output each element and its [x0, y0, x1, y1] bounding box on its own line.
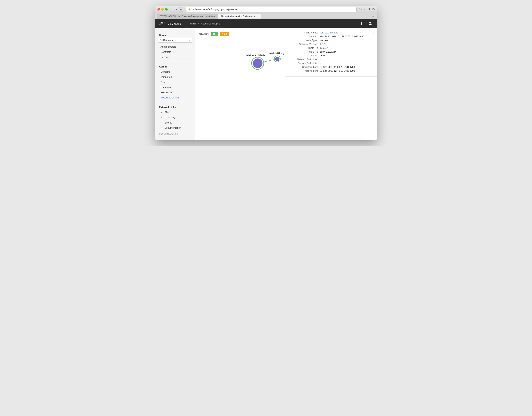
user-icon — [368, 21, 372, 26]
window-controls — [157, 8, 168, 10]
node-info-label: Status: — [289, 54, 320, 57]
share-button[interactable]: ⬆ — [368, 8, 370, 11]
sidebar-item-administrators-label: Administrators — [161, 45, 176, 48]
sidebar-item-documentation-label: Documentation — [164, 126, 181, 129]
node-info-value: 1.2.3-8 — [320, 43, 373, 46]
external-section-title: External Links — [155, 104, 195, 110]
titlebar: ‹ › ⊟ 🔒 orchestrator-myfab2.myorg2.poc.b… — [155, 6, 377, 13]
node-info-value[interactable]: azr2-w01-myfab2 — [320, 31, 373, 34]
sidebar-item-administrators[interactable]: Administrators — [155, 44, 195, 49]
node-info-value: 27 Sep 2019 12:48:57 UTC-0700 — [320, 70, 373, 72]
browser-actions: ↻ ⬇ ⬆ ⧉ — [359, 8, 375, 11]
domain-section-title: Domain — [155, 32, 195, 38]
node-info-row: Private IP:10.0.2.4 — [289, 47, 373, 49]
url-text: orchestrator-myfab2.myorg2.poc.bayware.i… — [192, 8, 237, 11]
node-info-rows: Node Name:azr2-w01-myfab2Node Id:fdec:88… — [289, 31, 373, 72]
sidebar-item-resources[interactable]: Resources — [155, 90, 195, 95]
sidebar-item-templates[interactable]: Templates — [155, 74, 195, 79]
close-button[interactable] — [157, 8, 160, 10]
chevron-down-icon: ▾ — [189, 39, 190, 41]
node-info-value: 25 Sep 2019 11:09:22 UTC-0700 — [320, 66, 373, 68]
sidebar-item-services[interactable]: Services — [155, 55, 195, 60]
tab-orchestrator[interactable]: Network Microservice Orchestrator ✕ — [218, 14, 261, 19]
node-info-row: Node Type:workload — [289, 39, 373, 42]
sidebar: Domain All Domains ▾ Administrators Cont… — [155, 28, 195, 140]
domain-selector[interactable]: All Domains ▾ — [158, 38, 192, 43]
sidebar-item-locations[interactable]: Locations — [155, 85, 195, 90]
node-info-row: Registered on:25 Sep 2019 11:09:22 UTC-0… — [289, 66, 373, 68]
sidebar-item-zones[interactable]: Zones — [155, 79, 195, 85]
sidebar-item-documentation[interactable]: ↗ Documentation — [155, 125, 195, 130]
tab-orchestrator-label: Network Microservice Orchestrator — [221, 15, 255, 17]
node-info-label: Service Endpoints: — [289, 62, 320, 65]
sidebar-item-domains[interactable]: Domains — [155, 69, 195, 74]
node-info-value: Active — [320, 54, 373, 57]
node-info-label: Private IP: — [289, 47, 320, 49]
node-info-value: 168.62.222.254 — [320, 50, 373, 53]
node-info-value: 10.0.2.4 — [320, 47, 373, 49]
browser-window: ‹ › ⊟ 🔒 orchestrator-myfab2.myorg2.poc.b… — [155, 6, 377, 140]
node-info-value: workload — [320, 39, 373, 42]
download-button[interactable]: ⬇ — [364, 8, 366, 11]
sidebar-item-sdk-label: SDK — [164, 111, 170, 114]
sidebar-footer: © 2019 Bayware® Inc. — [155, 130, 195, 137]
node-info-value: - — [320, 58, 373, 61]
sidebar-item-sdk[interactable]: ↗ SDK — [155, 110, 195, 115]
sidebar-item-telemetry[interactable]: ↗ Telemetry — [155, 115, 195, 120]
node-info-row: Node Id:fdec:8886:ced1:cf1c:2820:5226:f6… — [289, 35, 373, 38]
node-info-row: Node Name:azr2-w01-myfab2 — [289, 31, 373, 34]
breadcrumb-admin: Admin — [189, 22, 196, 25]
external-link-icon-events: ↗ — [161, 121, 163, 124]
sidebar-item-resource-graph[interactable]: Resource Graph — [155, 95, 195, 100]
node-info-row: Software Version:1.2.3-8 — [289, 43, 373, 46]
back-button[interactable]: ‹ — [171, 7, 173, 11]
sidebar-item-telemetry-label: Telemetry — [164, 116, 175, 119]
topnav-actions: ℹ — [359, 21, 373, 26]
node-info-value: fdec:8886:ced1:cf1c:2820:5226:f627:c4d5 — [320, 35, 373, 38]
external-link-icon-telemetry: ↗ — [161, 116, 163, 118]
node-info-value: - — [320, 62, 373, 65]
node-info-label: Node Type: — [289, 39, 320, 42]
external-link-icon-documentation: ↗ — [161, 126, 163, 129]
domain-selected-label: All Domains — [160, 39, 173, 41]
sidebar-item-resource-graph-label: Resource Graph — [161, 96, 179, 99]
reload-button[interactable]: ↻ — [359, 8, 362, 11]
sidebar-item-events[interactable]: ↗ Events — [155, 120, 195, 125]
tab-docs[interactable]: BWCTL-API CLI User Guide — Bayware docum… — [157, 14, 218, 19]
new-tab-button[interactable]: ⧉ — [372, 8, 375, 11]
sidebar-item-templates-label: Templates — [161, 76, 172, 78]
reader-icon: ⊟ — [180, 8, 182, 11]
node-info-row: Public IP:168.62.222.254 — [289, 50, 373, 53]
logo: bayware — [159, 21, 182, 26]
node-info-panel: × Node Name:azr2-w01-myfab2Node Id:fdec:… — [285, 28, 377, 77]
graph-node1[interactable] — [253, 58, 262, 68]
content-area: STATUS: Ok Alert × Node Name:azr2-w01-my… — [195, 28, 377, 140]
node-info-row: Status:Active — [289, 54, 373, 57]
node-info-row: Service Endpoints:- — [289, 62, 373, 65]
tab-docs-label: BWCTL-API CLI User Guide — Bayware docum… — [160, 15, 215, 17]
node-info-label: Modified on: — [289, 70, 320, 72]
address-bar[interactable]: 🔒 orchestrator-myfab2.myorg2.poc.bayware… — [186, 7, 357, 12]
forward-button[interactable]: › — [175, 7, 178, 11]
new-tab-plus-button[interactable]: + — [370, 15, 375, 19]
sidebar-item-zones-label: Zones — [161, 81, 167, 84]
sidebar-item-domains-label: Domains — [161, 70, 170, 73]
tab-close-icon[interactable]: ✕ — [256, 15, 258, 17]
app: bayware Admin > Resource Graphs ℹ — [155, 19, 377, 140]
minimize-button[interactable] — [161, 8, 164, 10]
user-menu-button[interactable] — [367, 21, 373, 26]
graph-node2[interactable] — [275, 57, 280, 61]
node-info-row: Modified on:27 Sep 2019 12:48:57 UTC-070… — [289, 70, 373, 72]
graph-node1-label: azr2-p01-myfab2 — [246, 53, 266, 56]
external-link-icon-sdk: ↗ — [161, 111, 163, 113]
sidebar-item-contracts-label: Contracts — [161, 50, 171, 53]
sidebar-item-contracts[interactable]: Contracts — [155, 49, 195, 55]
info-button[interactable]: ℹ — [359, 21, 364, 26]
node-info-close-button[interactable]: × — [372, 31, 374, 35]
maximize-button[interactable] — [165, 8, 168, 10]
node-info-row: Network Endpoints:- — [289, 58, 373, 61]
node-info-label: Node Name: — [289, 31, 320, 34]
logo-text: bayware — [167, 22, 182, 26]
sidebar-item-resources-label: Resources — [161, 91, 172, 94]
reader-button[interactable]: ⊟ — [179, 7, 183, 11]
